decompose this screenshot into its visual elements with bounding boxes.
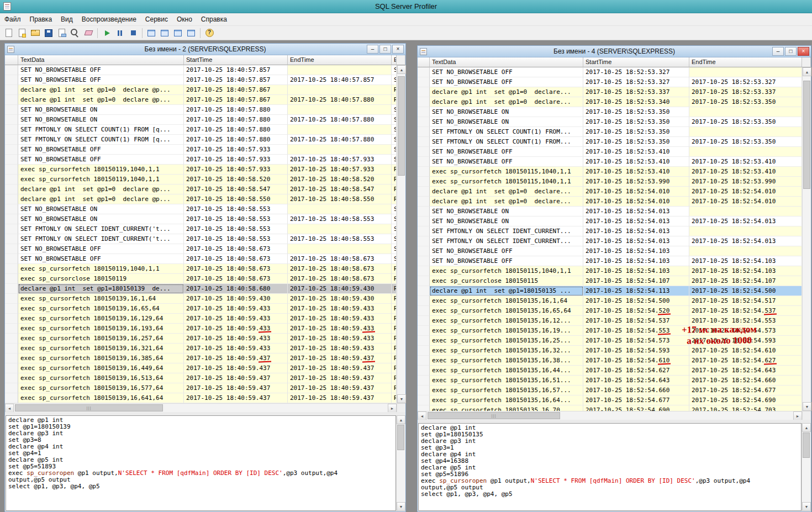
trace-row[interactable]: exec sp_cursorfetch 180150119,1040,1,120… xyxy=(5,165,397,175)
trace-row[interactable]: exec sp_cursorfetch 180150139,16,129,642… xyxy=(5,314,397,324)
hscroll-track[interactable]: ||| xyxy=(426,411,793,420)
horizontal-scrollbar[interactable]: ◄ ||| ► xyxy=(418,411,811,420)
trace-row[interactable]: declare @p1 int set @p1=0 declare...2017… xyxy=(418,97,802,107)
vscroll-thumb[interactable] xyxy=(398,76,405,176)
new-trace-icon[interactable] xyxy=(3,27,15,39)
column-header-e[interactable]: E xyxy=(392,55,397,65)
trace-row[interactable]: SET FMTONLY ON SELECT COUNT(1) FROM...20… xyxy=(418,127,802,137)
restore-button[interactable]: □ xyxy=(379,45,391,54)
minimize-button[interactable]: – xyxy=(367,45,378,54)
trace-row[interactable]: exec sp_cursorfetch 180150135,16,64...20… xyxy=(418,395,802,405)
trace-row[interactable]: exec sp_cursorfetch 180150139,16,1,64201… xyxy=(5,294,397,304)
scroll-right-icon[interactable]: ► xyxy=(388,404,397,413)
trace-row[interactable]: SET FMTONLY ON SELECT COUNT(1) FROM [q..… xyxy=(5,135,397,145)
trace-row[interactable]: SET FMTONLY ON SELECT IDENT_CURRENT('t..… xyxy=(5,234,397,244)
column-header-starttime[interactable]: StartTime xyxy=(184,55,288,65)
properties-icon[interactable] xyxy=(56,27,68,39)
child-titlebar[interactable]: Без имени - 4 (SERVER\SQLEXPRESS) – □ × xyxy=(418,46,811,57)
trace-row[interactable]: exec sp_cursorfetch 180150135,16,38...20… xyxy=(418,356,802,366)
trace-row[interactable]: SET NO_BROWSETABLE OFF2017-10-25 18:40:5… xyxy=(5,75,397,85)
column-header-starttime[interactable]: StartTime xyxy=(583,57,689,67)
trace-row[interactable]: exec sp_cursorfetch 180150115,1040,1,120… xyxy=(418,177,802,187)
menu-item[interactable]: Файл xyxy=(0,14,25,25)
trace-grid[interactable]: SET NO_BROWSETABLE OFF2017-10-25 18:40:5… xyxy=(5,65,397,403)
scroll-down-icon[interactable]: ▼ xyxy=(397,394,406,403)
trace-row[interactable]: exec sp_cursorclose 1801501192017-10-25 … xyxy=(5,274,397,284)
trace-row[interactable]: exec sp_cursorfetch 180150119,1040,1,120… xyxy=(5,264,397,274)
trace-row[interactable]: declare @p1 int set @p1=180150139 de...2… xyxy=(5,284,397,294)
trace-row[interactable]: exec sp_cursorfetch 180150135,16,1,64201… xyxy=(418,296,802,306)
scroll-left-icon[interactable]: ◄ xyxy=(418,411,426,420)
sql-detail-pane[interactable]: declare @p1 intset @p1=180150139declare … xyxy=(6,415,396,511)
trace-row[interactable]: SET NO_BROWSETABLE OFF2017-10-25 18:40:5… xyxy=(5,155,397,165)
trace-row[interactable]: SET FMTONLY ON SELECT IDENT_CURRENT...20… xyxy=(418,226,802,236)
trace-row[interactable]: exec sp_cursorfetch 180150139,16,513,642… xyxy=(5,373,397,383)
trace-row[interactable]: exec sp_cursorfetch 180150119,1040,1,120… xyxy=(5,175,397,184)
trace-row[interactable]: SET NO_BROWSETABLE OFF2017-10-25 18:40:5… xyxy=(5,65,397,75)
scroll-up-icon[interactable]: ▲ xyxy=(397,65,406,74)
trace-row[interactable]: SET NO_BROWSETABLE OFF2017-10-25 18:52:5… xyxy=(418,67,802,77)
trace-row[interactable]: exec sp_cursorfetch 180150115,1040,1,120… xyxy=(418,266,802,276)
trace-row[interactable]: exec sp_cursorclose 1801501152017-10-25 … xyxy=(418,276,802,286)
open-trace-icon[interactable] xyxy=(29,27,41,39)
scroll-up-icon[interactable]: ▲ xyxy=(803,67,811,76)
column-header-textdata[interactable]: TextData xyxy=(18,55,184,65)
save-trace-icon[interactable] xyxy=(43,27,55,39)
trace-row[interactable]: exec sp_cursorfetch 180150115,1040,1,120… xyxy=(418,167,802,177)
find-icon[interactable] xyxy=(69,27,81,39)
trace-row[interactable]: declare @p1 int set @p1=0 declare @p...2… xyxy=(5,85,397,95)
trace-row[interactable]: declare @p1 int set @p1=0 declare @p...2… xyxy=(5,194,397,204)
detail-scroll-thumb[interactable] xyxy=(803,432,810,458)
trace-row[interactable]: exec sp_cursorfetch 180150139,16,577,642… xyxy=(5,383,397,393)
trace-row[interactable]: SET NO_BROWSETABLE ON2017-10-25 18:52:53… xyxy=(418,117,802,127)
help-icon[interactable] xyxy=(203,27,215,39)
trace-row[interactable]: exec sp_cursorfetch 180150139,16,65,6420… xyxy=(5,304,397,314)
menu-item[interactable]: Правка xyxy=(25,14,57,25)
trace-row[interactable]: SET NO_BROWSETABLE OFF2017-10-25 18:52:5… xyxy=(418,157,802,167)
trace-row[interactable]: exec sp_cursorfetch 180150139,16,641,642… xyxy=(5,393,397,403)
trace-row[interactable]: exec sp_cursorfetch 180150135,16,44...20… xyxy=(418,366,802,376)
trace-row[interactable]: SET FMTONLY ON SELECT IDENT_CURRENT...20… xyxy=(418,236,802,246)
detail-scrollbar[interactable]: ▲ ▼ xyxy=(396,415,405,511)
trace-row[interactable]: exec sp_cursorfetch 180150135,16,32...20… xyxy=(418,346,802,356)
window-cascade-icon[interactable] xyxy=(145,27,157,39)
trace-row[interactable]: exec sp_cursorfetch 180150139,16,193,642… xyxy=(5,324,397,334)
child-titlebar[interactable]: Без имени - 2 (SERVER\SQLEXPRESS) – □ × xyxy=(5,44,405,55)
trace-row[interactable]: SET FMTONLY ON SELECT IDENT_CURRENT('t..… xyxy=(5,224,397,234)
menu-item[interactable]: Сервис xyxy=(141,14,172,25)
trace-row[interactable]: SET FMTONLY ON SELECT COUNT(1) FROM...20… xyxy=(418,137,802,147)
trace-row[interactable]: SET NO_BROWSETABLE OFF2017-10-25 18:40:5… xyxy=(5,244,397,254)
menu-item[interactable]: Воспроизведение xyxy=(77,14,141,25)
auto-scroll-icon[interactable] xyxy=(185,27,197,39)
window-tile-vertical-icon[interactable] xyxy=(172,27,184,39)
trace-row[interactable]: exec sp_cursorfetch 180150139,16,385,642… xyxy=(5,353,397,363)
scroll-up-icon[interactable]: ▲ xyxy=(802,423,811,432)
start-trace-icon[interactable] xyxy=(101,27,113,39)
trace-row[interactable]: SET NO_BROWSETABLE OFF2017-10-25 18:52:5… xyxy=(418,77,802,87)
menu-item[interactable]: Окно xyxy=(172,14,197,25)
trace-row[interactable]: SET NO_BROWSETABLE OFF2017-10-25 18:40:5… xyxy=(5,254,397,264)
scroll-down-icon[interactable]: ▼ xyxy=(803,402,811,411)
close-button[interactable]: × xyxy=(392,45,404,54)
trace-row[interactable]: declare @p1 int set @p1=0 declare @p...2… xyxy=(5,95,397,105)
horizontal-scrollbar[interactable]: ◄ ||| ► xyxy=(5,403,405,412)
menu-item[interactable]: Справка xyxy=(197,14,231,25)
window-tile-horizontal-icon[interactable] xyxy=(159,27,171,39)
sql-detail-pane[interactable]: declare @p1 intset @p1=180150135declare … xyxy=(418,423,802,511)
trace-row[interactable]: SET NO_BROWSETABLE ON2017-10-25 18:40:58… xyxy=(5,204,397,214)
minimize-button[interactable]: – xyxy=(772,47,784,56)
trace-row[interactable]: SET NO_BROWSETABLE OFF2017-10-25 18:52:5… xyxy=(418,256,802,266)
trace-row[interactable]: SET NO_BROWSETABLE ON2017-10-25 18:52:53… xyxy=(418,107,802,117)
trace-row[interactable]: declare @p1 int set @p1=0 declare...2017… xyxy=(418,187,802,197)
new-template-icon[interactable] xyxy=(16,27,28,39)
vertical-scrollbar[interactable]: ▲ ▼ xyxy=(397,65,405,403)
trace-row[interactable]: exec sp_cursorfetch 180150135,16,70...20… xyxy=(418,405,802,411)
close-button[interactable]: × xyxy=(798,47,809,56)
hscroll-thumb[interactable]: ||| xyxy=(428,412,560,419)
hscroll-thumb[interactable]: ||| xyxy=(15,404,163,411)
trace-row[interactable]: exec sp_cursorfetch 180150139,16,257,642… xyxy=(5,334,397,344)
scroll-down-icon[interactable]: ▼ xyxy=(802,502,811,511)
scroll-up-icon[interactable]: ▲ xyxy=(397,415,405,424)
trace-row[interactable]: SET NO_BROWSETABLE OFF2017-10-25 18:40:5… xyxy=(5,145,397,155)
scroll-down-icon[interactable]: ▼ xyxy=(397,502,405,511)
